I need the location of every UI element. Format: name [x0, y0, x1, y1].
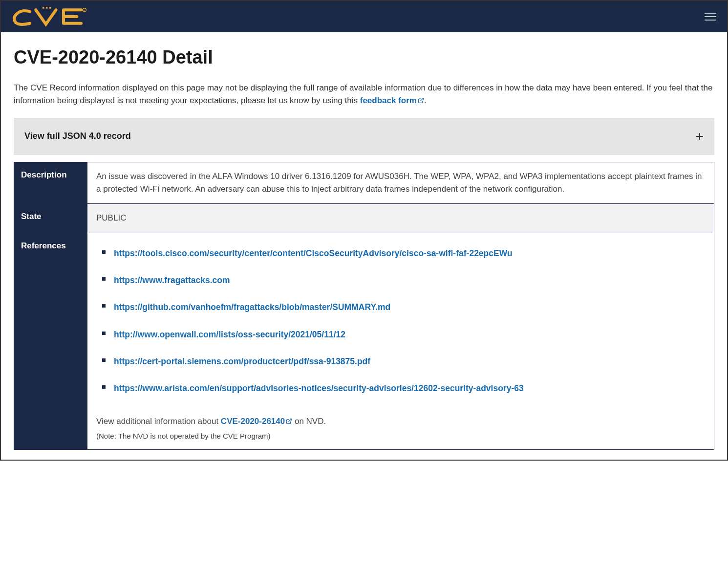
svg-line-5 [420, 98, 423, 101]
description-label: Description [14, 162, 87, 204]
table-row: Description An issue was discovered in t… [14, 162, 714, 204]
reference-link[interactable]: https://github.com/vanhoefm/fragattacks/… [114, 302, 390, 312]
svg-text:R: R [84, 9, 85, 12]
list-item: https://www.fragattacks.com [102, 274, 705, 287]
reference-link[interactable]: https://www.fragattacks.com [114, 275, 230, 285]
cve-detail-table: Description An issue was discovered in t… [14, 162, 714, 450]
reference-link[interactable]: https://cert-portal.siemens.com/productc… [114, 356, 370, 366]
svg-rect-4 [49, 7, 51, 8]
list-item: https://github.com/vanhoefm/fragattacks/… [102, 301, 705, 314]
state-value: PUBLIC [87, 204, 714, 233]
reference-link[interactable]: https://tools.cisco.com/security/center/… [114, 248, 513, 258]
json-toggle-label: View full JSON 4.0 record [24, 131, 131, 141]
top-header: R [1, 1, 727, 32]
svg-rect-3 [46, 7, 47, 8]
cve-logo[interactable]: R [10, 6, 102, 27]
list-item: https://tools.cisco.com/security/center/… [102, 247, 705, 260]
description-value: An issue was discovered in the ALFA Wind… [87, 162, 714, 204]
feedback-form-link[interactable]: feedback form [360, 96, 424, 105]
nvd-suffix: on NVD. [292, 417, 326, 426]
svg-line-6 [289, 419, 292, 421]
page-title: CVE-2020-26140 Detail [14, 47, 714, 68]
references-value: https://tools.cisco.com/security/center/… [87, 233, 714, 450]
svg-rect-2 [43, 7, 44, 8]
nvd-link[interactable]: CVE-2020-26140 [221, 417, 292, 426]
nvd-prefix: View additional information about [96, 417, 221, 426]
list-item: https://cert-portal.siemens.com/productc… [102, 355, 705, 368]
reference-link[interactable]: http://www.openwall.com/lists/oss-securi… [114, 330, 345, 339]
references-list: https://tools.cisco.com/security/center/… [96, 241, 705, 413]
references-label: References [14, 233, 87, 450]
expand-icon: + [696, 129, 704, 144]
external-link-icon [286, 416, 292, 428]
nvd-note: (Note: The NVD is not operated by the CV… [96, 430, 705, 442]
main-content: CVE-2020-26140 Detail The CVE Record inf… [1, 32, 727, 460]
intro-text: The CVE Record information displayed on … [14, 82, 714, 108]
reference-link[interactable]: https://www.arista.com/en/support/adviso… [114, 383, 524, 393]
table-row: State PUBLIC [14, 204, 714, 233]
table-row: References https://tools.cisco.com/secur… [14, 233, 714, 450]
list-item: http://www.openwall.com/lists/oss-securi… [102, 328, 705, 341]
external-link-icon [418, 95, 424, 108]
nvd-line: View additional information about CVE-20… [96, 415, 705, 428]
state-label: State [14, 204, 87, 233]
menu-icon[interactable] [703, 11, 718, 22]
view-full-json-toggle[interactable]: View full JSON 4.0 record + [14, 118, 714, 155]
list-item: https://www.arista.com/en/support/adviso… [102, 382, 705, 395]
